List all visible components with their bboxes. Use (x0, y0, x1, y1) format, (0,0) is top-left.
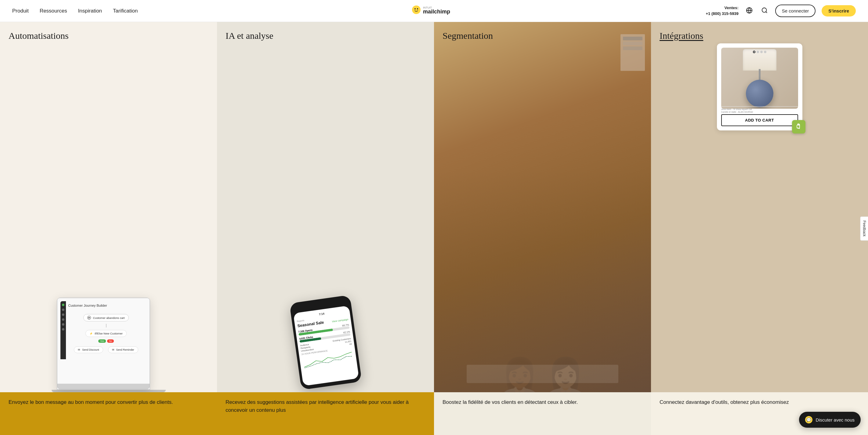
feedback-tab[interactable]: Feedback (860, 216, 868, 241)
product-card: Jessi Klein - I'll Show Myself Out Camil… (717, 44, 802, 130)
panel-1-title: Automatisations (0, 22, 77, 41)
svg-point-4 (414, 8, 416, 9)
header-right: Ventes: +1 (800) 315-5939 Se connecter S… (706, 5, 856, 17)
svg-point-9 (762, 8, 767, 12)
panel-4-title[interactable]: Intégrations (651, 22, 712, 41)
panel-2-title: IA et analyse (217, 22, 282, 41)
chat-icon: 💬 (805, 416, 812, 424)
panel-2-bottom: Recevez des suggestions assistées par in… (217, 392, 434, 435)
panel-3-image: 👩🏾‍💼👩🏻‍💼 (434, 22, 651, 392)
main-nav: Produit Ressources Inspiration Tarificat… (12, 8, 138, 14)
main-grid: Automatisations (0, 22, 868, 435)
signup-button[interactable]: S'inscrire (822, 5, 856, 17)
shopify-badge (792, 120, 805, 134)
nav-produit[interactable]: Produit (12, 8, 29, 14)
header: Produit Ressources Inspiration Tarificat… (0, 0, 868, 22)
panel-1-top: Automatisations (0, 22, 217, 392)
ifelse-node: ⚡ If/Else New Customer (86, 330, 127, 337)
action-2-node: ✉ Send Reminder (108, 346, 138, 353)
nav-ressources[interactable]: Ressources (40, 8, 67, 14)
panel-segmentation: Segmentation 👩🏾‍💼👩🏻‍💼 (434, 22, 651, 435)
panel-4-image: Jessi Klein - I'll Show Myself Out Camil… (651, 22, 868, 392)
laptop-mockup: Customer Journey Builder ▶ Customer aban… (57, 297, 150, 390)
logo[interactable]: INTUIT mailchimp (410, 4, 458, 18)
trigger-node: ▶ Customer abandons cart (83, 314, 128, 321)
panel-ia: IA et analyse 7:14 Reports Seasonal Sale… (217, 22, 434, 435)
nav-tarification[interactable]: Tarification (113, 8, 138, 14)
login-button[interactable]: Se connecter (775, 5, 815, 17)
nav-inspiration[interactable]: Inspiration (78, 8, 102, 14)
action-1-node: ✉ Send Discount (74, 346, 103, 353)
panel-integrations: Intégrations (651, 22, 868, 435)
panel-1-image: Customer Journey Builder ▶ Customer aban… (0, 22, 217, 392)
svg-point-3 (413, 6, 420, 13)
panel-automatisations: Automatisations (0, 22, 217, 435)
panel-2-top: IA et analyse 7:14 Reports Seasonal Sale… (217, 22, 434, 392)
panel-1-bottom: Envoyez le bon message au bon moment pou… (0, 392, 217, 435)
chat-button[interactable]: 💬 Discuter avec nous (799, 412, 861, 428)
search-icon[interactable] (760, 6, 769, 16)
panel-2-image: 7:14 Reports Seasonal Sale View campaign… (217, 22, 434, 392)
panel-3-title: Segmentation (434, 22, 501, 41)
add-to-cart-button[interactable]: ADD TO CART (721, 114, 798, 126)
journey-builder-label: Customer Journey Builder (68, 303, 144, 307)
phone-mockup: 7:14 Reports Seasonal Sale View campaign… (289, 295, 362, 390)
panel-3-top: Segmentation 👩🏾‍💼👩🏻‍💼 (434, 22, 651, 392)
svg-point-5 (417, 8, 418, 9)
panel-3-bottom: Boostez la fidélité de vos clients en dé… (434, 392, 651, 435)
globe-icon[interactable] (745, 6, 754, 16)
phone-info: Ventes: +1 (800) 315-5939 (706, 5, 738, 16)
svg-text:mailchimp: mailchimp (423, 8, 450, 14)
panel-4-top: Intégrations (651, 22, 868, 392)
